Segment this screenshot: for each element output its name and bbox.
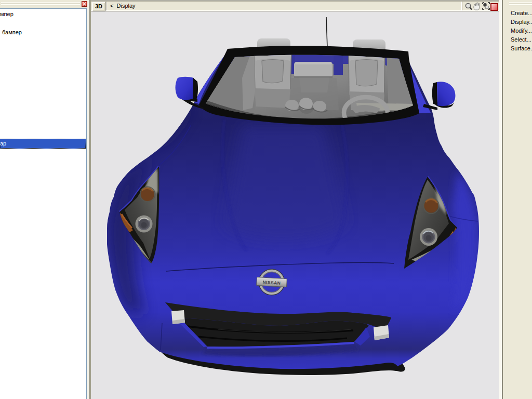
svg-text:NISSAN: NISSAN (262, 280, 281, 286)
